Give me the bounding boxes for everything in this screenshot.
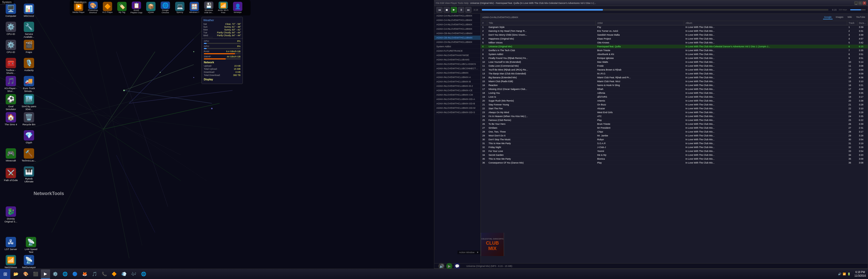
taskbar-icon-skype[interactable]: 📞 — [100, 270, 109, 279]
playlist-item[interactable]: AGNX-INLOVEWITHCLUBMIX-DD-B — [434, 101, 480, 106]
tray-icon-sound[interactable]: 🔊 — [838, 273, 841, 275]
track-row[interactable]: 18 Loving You Adhmia In Love With The Cl… — [481, 91, 868, 95]
playlist-item[interactable]: AGNX-INLOVEWITHCLUBMIX-DD-A — [434, 97, 480, 101]
desktop-icon-service[interactable]: 🔧 Service Availabi... — [20, 21, 38, 39]
minimize-button[interactable]: _ — [854, 1, 858, 5]
playlist-item[interactable]: AGNX-CB-INLOVEWITHCLUBMIX — [434, 31, 480, 36]
playlist-item[interactable]: AGNX-INLOVEWITHCLUBMIX-DD-S — [434, 110, 480, 115]
col-artist[interactable]: Artist — [596, 21, 684, 25]
track-row[interactable]: 28 One, Two, Three Chipz In Love With Th… — [481, 130, 868, 134]
track-row[interactable]: 3 Don't You Worry Child (Sims Vroom... S… — [481, 33, 868, 37]
desktop-icon-lst-server[interactable]: 🖧 LST Server — [2, 236, 20, 252]
desktop-icon-minecraft[interactable]: 🎮 Minecraft — [2, 147, 20, 163]
desktop-icon-simcity[interactable]: 🏙️ SimCity pano 3Det... — [20, 93, 38, 112]
taskbar-icon-foobar[interactable]: 🎶 — [129, 270, 138, 279]
play-status-icon[interactable]: ▶ — [446, 263, 452, 269]
playlist-item[interactable]: AGNX-INLOVEWITHCLUBMIX-DD-M — [434, 106, 480, 110]
topbar-app-vqube[interactable]: 📦 vQube — [144, 1, 158, 14]
track-row[interactable]: 23 Always On My Mind West End Girls In L… — [481, 111, 868, 115]
track-row[interactable]: 14 Big Banana (Extended Mix) Miami Club … — [481, 76, 868, 80]
playlist-item[interactable]: AGNX-INLOVEWITHCLUBMIX-CM — [434, 93, 480, 97]
search-tab-google[interactable]: Google — [823, 15, 833, 20]
close-button[interactable]: ✕ — [863, 1, 866, 5]
track-row[interactable]: 17 Missing 2012 (Oscar Salguero Club... … — [481, 87, 868, 91]
track-row[interactable]: 12 You'll Be Mine (Rjhab and 2ROQ Re... … — [481, 68, 868, 72]
topbar-app-vlc-player[interactable]: 🔶 VLC Player — [101, 1, 114, 14]
playlist-item[interactable]: AGNX-INLOVEWITHCLUBMIX-B-2 — [434, 84, 480, 88]
track-row[interactable]: 30 Don't Stop The Music Robyn In Love Wi… — [481, 138, 868, 142]
desktop-icon-goal-sim[interactable]: ⚽ Goal Simulator — [2, 93, 20, 112]
desktop-icon-computer[interactable]: 🖥️ Computer — [2, 3, 20, 18]
track-row[interactable]: 9 Finally Found You (Rjhab Remix) Fe... … — [481, 56, 868, 60]
playlist-item[interactable]: AGNX-C9-INLOVEWITHCLUBMIX — [434, 40, 480, 44]
track-row[interactable]: 5 Million Voices Otto Knows In Love With… — [481, 41, 868, 45]
desktop-icon-cpuid1[interactable]: ⚙️ CPU-ID — [2, 21, 20, 36]
playlist-item[interactable]: AGNX-INLOVEWITHCLUBCONNECTION — [434, 66, 480, 71]
search-tab-images[interactable]: Images — [835, 15, 844, 20]
playlist-item[interactable]: AGNX-INLOVEWITHCLUBMIX-A — [434, 75, 480, 80]
taskbar-icon-ps[interactable]: 🎨 — [21, 270, 30, 279]
track-row[interactable]: 34 Secret Garden Me & My In Love With Th… — [481, 153, 868, 157]
col-album[interactable]: Album — [684, 21, 847, 25]
desktop-icon-euro-truck[interactable]: 🚚 Euro Truck Simula... — [20, 75, 38, 94]
desktop-icon-netsurveyor[interactable]: 📡 NetSurveyor — [20, 254, 38, 270]
skype-icon[interactable]: 💬 — [454, 263, 460, 269]
desktop-icon-glyph[interactable]: 💎 Glyph — [20, 129, 38, 145]
playlist-item[interactable]: AGNX-INLOVEWITHCLUBMIX-B — [434, 80, 480, 84]
taskbar-icon-media[interactable]: 🎵 — [90, 270, 99, 279]
playlist-item[interactable]: AGNX-C4-INLOVEWITHCLUBMIX — [434, 23, 480, 27]
stop-button[interactable]: ⏹ — [443, 7, 450, 13]
track-row[interactable]: 16 Reaction Nemo & Hook N Sling In Love … — [481, 84, 868, 87]
track-row[interactable]: 27 Similaes Mr President In Love With Th… — [481, 126, 868, 130]
col-track[interactable]: Track — [847, 21, 857, 25]
taskbar-icon-network[interactable]: 🌐 — [139, 270, 148, 279]
desktop-icon-audacity[interactable]: 🎙️ Audacity — [20, 57, 38, 72]
volume-slider[interactable] — [850, 9, 866, 10]
playlist-item[interactable]: AGNX-C4-INLOVEWITHCLUBMIX — [434, 27, 480, 31]
track-row[interactable]: 35 This Is How We Party Bionica In Love … — [481, 157, 868, 161]
playlist-item[interactable]: AGNX-C4-INLOVEWITHCLUBMIX — [434, 18, 480, 23]
next-button[interactable]: ⏭ — [465, 7, 471, 13]
topbar-app-speccy[interactable]: 💻 Speccy — [173, 1, 187, 14]
track-table[interactable]: # Title Artist Album Track Dura... 1 Gan… — [481, 21, 868, 263]
track-row[interactable]: 1 Gangnam Style Psy In Love With The Clu… — [481, 25, 868, 29]
topbar-app-arctic-wifi[interactable]: 📶 Arctic Wi-Fi Free — [216, 1, 230, 14]
play-button[interactable]: ▶ — [451, 7, 457, 13]
track-row[interactable]: 22 Start The Fire Alcazar In Love With T… — [481, 107, 868, 111]
track-row[interactable]: 19 Love Is allSTARS In Love With The Clu… — [481, 95, 868, 99]
playlist-item[interactable]: AGNX-C4-INLOVEWITHCLUBMIX — [434, 14, 480, 18]
topbar-app-tomasyx[interactable]: 👤 tomasyx — [231, 1, 244, 14]
track-row[interactable]: 24 I'm In Heaven (When You Kiss Me) (...… — [481, 115, 868, 118]
track-row[interactable]: 21 Stay Forever Young On Buzz In Love Wi… — [481, 103, 868, 107]
taskbar-icon-cpu[interactable]: ⚙️ — [51, 270, 60, 279]
desktop-icon-path-exile[interactable]: ⚔️ Path of Exile — [2, 167, 20, 183]
track-row[interactable]: 29 Woo! Don't Do It Mr. Jambe In Love Wi… — [481, 134, 868, 138]
track-row[interactable]: 25 Famous (Club Remix) Play In Love With… — [481, 118, 868, 122]
track-row[interactable]: 7 Gorilla's In The Tech Club Bruin Tries… — [481, 49, 868, 53]
desktop-icon-rytmik[interactable]: 🎹 Rytmik Ultimate — [20, 165, 38, 184]
playlist-item[interactable]: AGNX-INLOVEWITHCLUBAMS — [434, 58, 480, 62]
tray-icon-battery[interactable]: 🔋 — [847, 273, 850, 275]
desktop-icon-netss[interactable]: 📶 NetSStress — [2, 254, 20, 270]
playlist-item[interactable]: System Addict — [434, 44, 480, 49]
col-title[interactable]: Title — [487, 21, 596, 25]
track-row[interactable]: 2 Dancing In My Head (Tom Hangr R... Eri… — [481, 29, 868, 33]
maximize-button[interactable]: □ — [859, 1, 862, 5]
desktop-icon-sims4[interactable]: 🏠 The Sims 4 — [2, 111, 20, 127]
speaker-icon[interactable]: 🔊 — [438, 263, 444, 269]
col-num[interactable]: # — [481, 21, 487, 25]
taskbar-icon-cmd[interactable]: ⬛ — [31, 270, 40, 279]
progress-bar[interactable] — [482, 9, 829, 10]
col-duration[interactable]: Dura... — [857, 21, 867, 25]
playlist-item[interactable]: AGNX-FUTURETRANCE — [434, 49, 480, 53]
prev-button[interactable]: ⏮ — [436, 7, 442, 13]
playlist-item[interactable]: AGNX-INLOVEWITHCLUBCLASSICS — [434, 62, 480, 66]
track-row[interactable]: 31 This Is How We Party S.O.A.P. In Love… — [481, 142, 868, 146]
desktop-icon-cpuid2[interactable]: ⚙️ CPU-ID — [2, 39, 20, 55]
taskbar-icon-explorer[interactable]: 📂 — [11, 270, 21, 279]
topbar-app-amok-playlist[interactable]: 📋 AmoK Playlist Copy — [130, 1, 143, 14]
pause-button[interactable]: ⏸ — [458, 7, 464, 13]
desktop-icon-ks-player[interactable]: 🎵 KS-Player - Shor... — [2, 75, 20, 94]
topbar-app-my-tag[interactable]: 🏷️ My Tag — [115, 1, 129, 14]
taskbar-icon-ie[interactable]: 🌐 — [60, 270, 70, 279]
